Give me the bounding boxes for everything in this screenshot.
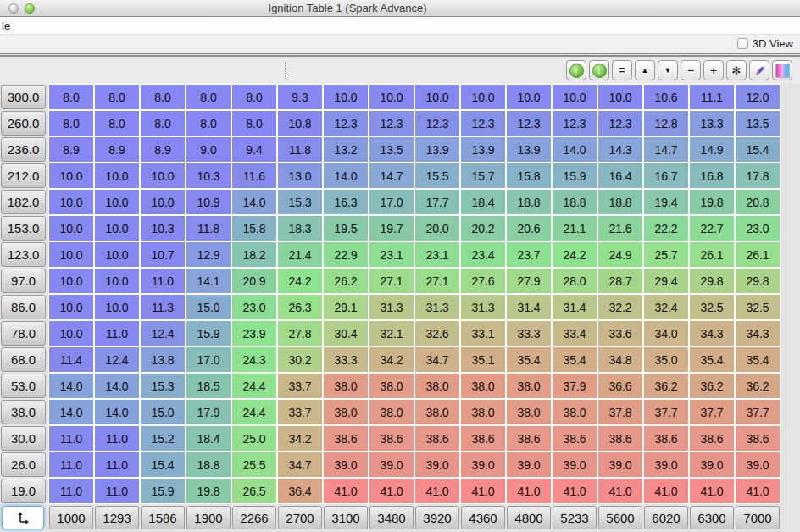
table-cell[interactable]: 18.4 <box>186 425 231 452</box>
table-cell[interactable]: 10.0 <box>48 241 94 268</box>
table-cell[interactable]: 13.8 <box>140 346 186 373</box>
table-cell[interactable]: 31.3 <box>414 294 460 320</box>
table-cell[interactable]: 18.8 <box>552 189 597 215</box>
table-cell[interactable]: 17.8 <box>735 163 781 189</box>
table-cell[interactable]: 10.0 <box>48 268 94 294</box>
window-close-button[interactable] <box>8 3 19 14</box>
table-cell[interactable]: 35.4 <box>689 346 735 373</box>
table-cell[interactable]: 41.0 <box>369 478 414 504</box>
table-cell[interactable]: 8.0 <box>48 110 94 136</box>
x-axis-cell[interactable]: 1000 <box>49 506 93 529</box>
table-cell[interactable]: 10.0 <box>94 294 140 320</box>
table-cell[interactable]: 23.1 <box>414 241 460 268</box>
table-cell[interactable]: 12.0 <box>735 84 781 110</box>
table-cell[interactable]: 20.8 <box>735 189 781 215</box>
table-cell[interactable]: 19.7 <box>369 215 414 241</box>
table-cell[interactable]: 34.7 <box>414 346 460 373</box>
table-cell[interactable]: 41.0 <box>689 478 735 504</box>
y-axis-cell[interactable]: 30.0 <box>1 426 46 451</box>
table-cell[interactable]: 33.6 <box>597 320 643 346</box>
table-cell[interactable]: 38.0 <box>323 399 369 425</box>
table-cell[interactable]: 38.0 <box>506 373 552 399</box>
table-cell[interactable]: 15.3 <box>140 373 186 399</box>
x-axis-cell[interactable]: 1586 <box>141 506 185 529</box>
table-cell[interactable]: 37.8 <box>597 399 643 425</box>
table-cell[interactable]: 11.1 <box>689 84 735 110</box>
table-cell[interactable]: 37.7 <box>689 399 735 425</box>
x-axis-cell[interactable]: 3100 <box>324 506 368 529</box>
table-cell[interactable]: 36.4 <box>277 478 323 504</box>
table-cell[interactable]: 12.4 <box>94 346 140 373</box>
table-cell[interactable]: 34.0 <box>643 320 689 346</box>
table-cell[interactable]: 31.4 <box>506 294 552 320</box>
table-cell[interactable]: 10.0 <box>94 189 140 215</box>
table-cell[interactable]: 10.0 <box>94 268 140 294</box>
table-cell[interactable]: 8.0 <box>186 84 231 110</box>
table-cell[interactable]: 28.7 <box>597 268 643 294</box>
table-cell[interactable]: 22.2 <box>643 215 689 241</box>
table-cell[interactable]: 8.0 <box>140 110 186 136</box>
table-cell[interactable]: 22.7 <box>689 215 735 241</box>
table-cell[interactable]: 13.5 <box>369 136 414 163</box>
table-cell[interactable]: 39.0 <box>552 452 597 478</box>
table-cell[interactable]: 18.2 <box>231 241 277 268</box>
table-cell[interactable]: 10.0 <box>323 84 369 110</box>
table-cell[interactable]: 12.3 <box>369 110 414 136</box>
table-cell[interactable]: 23.7 <box>506 241 552 268</box>
y-axis-cell[interactable]: 26.0 <box>1 452 46 477</box>
table-cell[interactable]: 17.7 <box>414 189 460 215</box>
table-cell[interactable]: 35.4 <box>506 346 552 373</box>
table-cell[interactable]: 11.0 <box>94 452 140 478</box>
table-cell[interactable]: 36.2 <box>735 373 781 399</box>
table-cell[interactable]: 27.6 <box>460 268 506 294</box>
table-cell[interactable]: 25.5 <box>231 452 277 478</box>
table-cell[interactable]: 39.0 <box>735 452 781 478</box>
table-cell[interactable]: 10.0 <box>506 84 552 110</box>
table-cell[interactable]: 18.8 <box>506 189 552 215</box>
multiply-button[interactable]: ✻ <box>726 60 747 80</box>
table-cell[interactable]: 12.3 <box>414 110 460 136</box>
table-cell[interactable]: 19.8 <box>186 478 231 504</box>
table-cell[interactable]: 14.1 <box>186 268 231 294</box>
x-axis-cell[interactable]: 6300 <box>690 506 734 529</box>
table-cell[interactable]: 21.4 <box>277 241 323 268</box>
table-cell[interactable]: 19.5 <box>323 215 369 241</box>
table-cell[interactable]: 8.0 <box>94 84 140 110</box>
table-cell[interactable]: 32.6 <box>414 320 460 346</box>
table-cell[interactable]: 11.8 <box>277 136 323 163</box>
y-axis-cell[interactable]: 123.0 <box>1 242 46 267</box>
table-cell[interactable]: 33.1 <box>460 320 506 346</box>
table-cell[interactable]: 28.0 <box>552 268 597 294</box>
table-cell[interactable]: 24.4 <box>231 399 277 425</box>
table-cell[interactable]: 32.5 <box>735 294 781 320</box>
table-cell[interactable]: 16.8 <box>689 163 735 189</box>
table-cell[interactable]: 38.6 <box>689 425 735 452</box>
table-cell[interactable]: 15.3 <box>277 189 323 215</box>
table-cell[interactable]: 18.4 <box>460 189 506 215</box>
table-cell[interactable]: 10.3 <box>186 163 231 189</box>
x-axis-cell[interactable]: 1900 <box>186 506 231 529</box>
y-axis-cell[interactable]: 38.0 <box>1 400 46 424</box>
table-cell[interactable]: 13.0 <box>277 163 323 189</box>
table-cell[interactable]: 12.3 <box>597 110 643 136</box>
table-cell[interactable]: 11.0 <box>48 478 94 504</box>
table-cell[interactable]: 39.0 <box>460 452 506 478</box>
table-cell[interactable]: 38.6 <box>552 425 597 452</box>
table-cell[interactable]: 13.9 <box>414 136 460 163</box>
table-cell[interactable]: 11.0 <box>94 320 140 346</box>
table-cell[interactable]: 29.8 <box>735 268 781 294</box>
table-cell[interactable]: 13.5 <box>735 110 781 136</box>
table-cell[interactable]: 20.2 <box>460 215 506 241</box>
table-cell[interactable]: 35.1 <box>460 346 506 373</box>
table-cell[interactable]: 11.0 <box>48 452 94 478</box>
table-cell[interactable]: 24.3 <box>231 346 277 373</box>
table-cell[interactable]: 10.0 <box>460 84 506 110</box>
table-cell[interactable]: 15.9 <box>552 163 597 189</box>
table-cell[interactable]: 10.0 <box>94 163 140 189</box>
set-equal-button[interactable]: = <box>612 60 632 80</box>
window-zoom-button[interactable] <box>25 3 35 14</box>
x-axis-cell[interactable]: 7000 <box>736 506 780 529</box>
view-3d-checkbox[interactable] <box>737 38 748 49</box>
table-cell[interactable]: 38.0 <box>506 399 552 425</box>
y-axis-cell[interactable]: 19.0 <box>1 479 46 503</box>
